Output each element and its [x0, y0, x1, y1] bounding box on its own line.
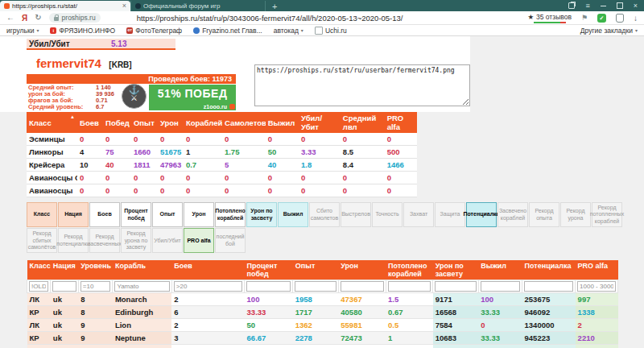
class-table-header[interactable]: Убил/Убит: [299, 112, 341, 133]
filter-button[interactable]: Урон по засвету: [246, 202, 277, 227]
minimize-button[interactable]: [601, 6, 606, 6]
new-tab-button[interactable]: +: [272, 2, 277, 11]
filter-button[interactable]: Убил/Убит: [152, 228, 183, 253]
stat-cell: 0: [184, 133, 222, 146]
ship-table-header[interactable]: Нация: [51, 260, 78, 280]
site-identity-pill[interactable]: proships.ru: [49, 13, 101, 23]
stat-cell: 0: [158, 133, 184, 146]
filter-button[interactable]: Рекорд урона: [560, 202, 591, 227]
ship-table-header[interactable]: Боев: [171, 260, 244, 280]
ship-filter-input[interactable]: [295, 281, 336, 292]
reviews-badge[interactable]: ★ 35 отзывов: [527, 13, 572, 23]
ship-filter-input[interactable]: [246, 281, 291, 292]
ship-table-header[interactable]: Потоплено кораблей: [386, 260, 433, 280]
filter-button[interactable]: Выстрелов: [341, 202, 371, 227]
tab-title: https://proships.ru/stat/: [12, 2, 120, 10]
ship-filter-input[interactable]: [114, 281, 169, 292]
bookmark-flag-icon[interactable]: ⚑: [581, 14, 588, 22]
bookmark-item[interactable]: Fryazino.net Глав...: [193, 27, 262, 35]
filter-button[interactable]: Потоплено кораблей: [215, 202, 246, 227]
filter-button[interactable]: Урон: [184, 202, 214, 227]
ship-stat-cell: 9: [78, 332, 113, 345]
tab-panel-icon[interactable]: [568, 2, 575, 9]
filter-button[interactable]: Процент побед: [121, 202, 151, 227]
download-icon[interactable]: ↓: [634, 14, 638, 23]
class-table-header[interactable]: Боев: [77, 112, 103, 133]
refresh-button[interactable]: ↻: [35, 14, 41, 22]
filter-button[interactable]: Захват: [403, 202, 434, 227]
filter-button[interactable]: Класс: [27, 202, 57, 227]
filter-button[interactable]: Рекорд опыта: [529, 202, 559, 227]
header-label: Урон: [160, 118, 179, 127]
ship-filter-input[interactable]: [341, 281, 384, 292]
filter-cell: [78, 280, 113, 293]
filter-button[interactable]: Защита: [435, 202, 465, 227]
filter-button[interactable]: Рекорд сбитых самолётов: [27, 228, 57, 253]
ship-stat-cell: 0: [576, 345, 618, 348]
filter-button[interactable]: Потенциалка: [466, 202, 497, 227]
filter-button[interactable]: Рекорд потопленных кораблей: [592, 202, 622, 227]
back-button[interactable]: ←: [6, 14, 14, 22]
ship-table-header[interactable]: Выжил: [478, 260, 522, 280]
filter-button[interactable]: Рекорд засвеченных: [89, 228, 120, 253]
yandex-logo-icon[interactable]: Я: [22, 14, 27, 23]
class-table-header[interactable]: Урон: [158, 112, 184, 133]
ship-filter-input[interactable]: [52, 281, 76, 292]
ship-table-header[interactable]: Класс: [27, 260, 51, 280]
ship-filter-input[interactable]: [481, 281, 520, 292]
filter-button[interactable]: Выжил: [278, 202, 308, 227]
class-table-header[interactable]: Средний лвл: [341, 112, 385, 133]
filter-button[interactable]: Рекорд потенциалки: [58, 228, 89, 253]
menu-icon[interactable]: ≡: [585, 2, 589, 10]
filter-button[interactable]: Опыт: [152, 202, 183, 227]
class-table-header[interactable]: Кораблей: [184, 112, 222, 133]
ship-filter-input[interactable]: [524, 281, 573, 292]
browser-tab-active[interactable]: https://proships.ru/stat/ ×: [0, 1, 130, 11]
filter-button[interactable]: последний бой: [215, 228, 246, 253]
maximize-button[interactable]: [617, 2, 623, 9]
filter-button[interactable]: Нация: [58, 202, 89, 227]
ship-table-header[interactable]: Корабль: [113, 260, 171, 280]
collections-icon[interactable]: [616, 14, 624, 23]
browser-tab-inactive[interactable]: Официальный форум игр: [130, 1, 266, 11]
ship-table-header[interactable]: Потенциалка: [522, 260, 576, 280]
bookmark-item[interactable]: ФТФотоТелеграф: [126, 27, 182, 35]
ship-table-header[interactable]: Урон: [338, 260, 386, 280]
class-table-header[interactable]: Выжил: [266, 112, 299, 133]
close-window-button[interactable]: ×: [634, 2, 638, 10]
winrate-label: 51% ПОБЕД: [149, 87, 236, 100]
filter-button[interactable]: Сбито самолетов: [309, 202, 340, 227]
tab-close-icon[interactable]: ×: [122, 2, 126, 10]
ship-table-header[interactable]: Уровень: [78, 260, 113, 280]
address-bar-url[interactable]: https://proships.ru/stat/ru/p/3043006-fe…: [137, 14, 403, 23]
filter-button[interactable]: PRO alfa: [184, 228, 214, 253]
class-table-header[interactable]: Класс▲: [27, 112, 77, 133]
filter-button[interactable]: Боев: [89, 202, 120, 227]
ship-table-header[interactable]: PRO alfa: [576, 260, 618, 280]
filter-button[interactable]: Рекорд урона по засвету: [121, 228, 151, 253]
class-table-header[interactable]: PRO alfa: [385, 112, 417, 133]
bookmark-item[interactable]: автокад▾: [274, 27, 303, 35]
ship-table-header[interactable]: Урон по засвету: [433, 260, 479, 280]
other-bookmarks-button[interactable]: Другие закладки ▾: [580, 27, 638, 35]
ship-filter-input[interactable]: [29, 281, 48, 292]
userbar-url-textarea[interactable]: https://proships.ru/stat/ru/userbar/ferm…: [254, 64, 470, 106]
class-table-header[interactable]: Опыт: [131, 112, 158, 133]
filter-button[interactable]: Засвечено кораблей: [497, 202, 528, 227]
protect-shield-icon[interactable]: ✓: [597, 14, 606, 23]
bookmark-item[interactable]: iФРЯЗИНО.ИНФО: [50, 27, 115, 35]
ship-table-header[interactable]: Процент побед: [245, 260, 293, 280]
ship-filter-input[interactable]: [388, 281, 431, 292]
ship-filter-input[interactable]: [80, 281, 111, 292]
filter-button[interactable]: Точность: [372, 202, 402, 227]
stat-cell: 8.5: [341, 146, 385, 159]
class-table-header[interactable]: Самолетов: [222, 112, 266, 133]
ship-table-header[interactable]: Опыт: [293, 260, 339, 280]
ship-filter-input[interactable]: [435, 281, 477, 292]
class-table-header[interactable]: Побед: [103, 112, 131, 133]
ship-filter-input[interactable]: [174, 281, 242, 292]
bookmark-item[interactable]: игрульки▾: [6, 27, 39, 35]
ship-filter-input[interactable]: [577, 281, 616, 292]
bookmark-item[interactable]: Uchi.ru: [315, 27, 347, 35]
ship-stat-cell: 100: [245, 293, 293, 306]
